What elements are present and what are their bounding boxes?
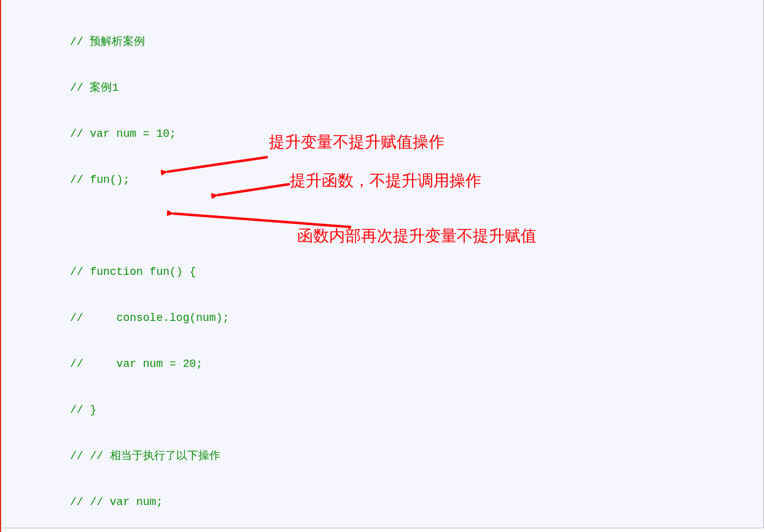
code-line: // // var num; <box>70 495 249 510</box>
code-line: // 案例1 <box>70 80 249 96</box>
code-line: // var num = 20; <box>70 357 249 372</box>
code-line: // } <box>70 403 249 418</box>
code-line: // fun(); <box>70 172 249 188</box>
code-block: // 预解析案例 // 案例1 // var num = 10; // fun(… <box>70 4 249 532</box>
code-line: // var num = 10; <box>70 126 249 142</box>
annotation-inner-hoist: 函数内部再次提升变量不提升赋值 <box>297 228 537 244</box>
annotation-hoist-function: 提升函数，不提升调用操作 <box>290 172 481 188</box>
code-line: // // 相当于执行了以下操作 <box>70 449 249 464</box>
annotation-hoist-variable: 提升变量不提升赋值操作 <box>269 134 445 150</box>
code-line: // 预解析案例 <box>70 34 249 50</box>
code-line <box>70 218 249 234</box>
screenshot-root: // 预解析案例 // 案例1 // var num = 10; // fun(… <box>0 0 765 532</box>
code-line: // function fun() { <box>70 264 249 280</box>
code-panel: // 预解析案例 // 案例1 // var num = 10; // fun(… <box>2 0 764 528</box>
code-line: // console.log(num); <box>70 310 249 326</box>
